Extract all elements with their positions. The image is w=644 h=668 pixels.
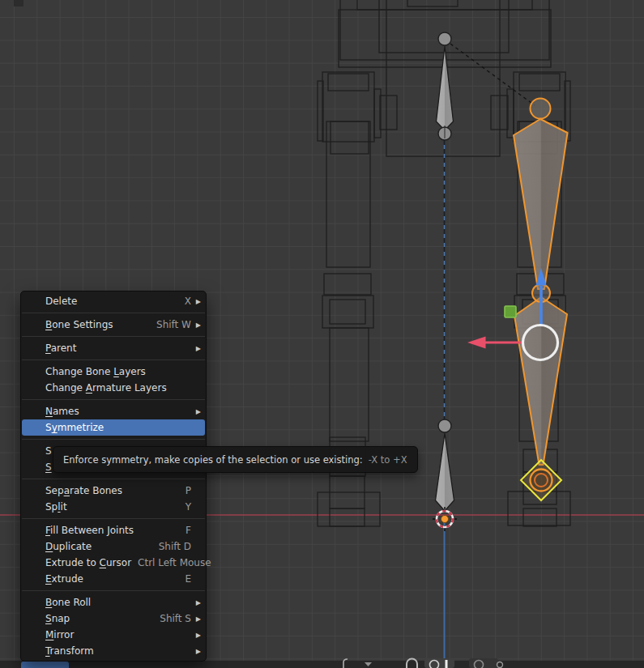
shortcut-label: Shift S (153, 613, 191, 624)
menu-item-label: Change Armature Layers (45, 382, 167, 394)
menu-item-label: Snap (45, 613, 70, 624)
menu-item-change-bone-layers[interactable]: Change Bone Layers (22, 364, 205, 380)
submenu-arrow-icon: ▶ (193, 648, 201, 655)
menu-item-label: Delete (45, 296, 77, 307)
menu-separator (22, 590, 205, 591)
menu-item-label: Bone Settings (45, 319, 113, 330)
move-gizmo-red-arrow (467, 337, 523, 349)
menu-item-transform[interactable]: Transform ▶ (22, 643, 205, 659)
menu-item-label: Parent (45, 343, 76, 354)
menu-item-label: Bone Roll (45, 597, 91, 608)
menu-item-snap[interactable]: Snap Shift S ▶ (22, 611, 205, 627)
submenu-arrow-icon: ▶ (193, 408, 201, 415)
menu-item-fill-between-joints[interactable]: Fill Between Joints F (22, 522, 205, 538)
tooltip-text: Enforce symmetry, make copies of the sel… (63, 454, 363, 466)
blender-3d-viewport[interactable]: Delete X ▶ Bone Settings Shift W ▶ Paren… (0, 0, 644, 668)
menu-item-change-armature-layers[interactable]: Change Armature Layers (22, 380, 205, 396)
menu-item-extrude[interactable]: Extrude E (22, 571, 205, 587)
menu-separator (22, 336, 205, 337)
menu-item-parent[interactable]: Parent ▶ (22, 340, 205, 356)
move-gizmo-green-plane (505, 306, 516, 317)
menu-separator (22, 479, 205, 479)
menu-item-label: S (45, 445, 52, 457)
menu-item-split[interactable]: Split Y (22, 499, 205, 515)
menu-item-label: Transform (45, 645, 94, 657)
menu-item-duplicate[interactable]: Duplicate Shift D (22, 538, 205, 555)
menu-item-label: Symmetrize (45, 422, 104, 433)
shortcut-label: Shift D (152, 541, 191, 552)
menu-item-label: Separate Bones (45, 485, 122, 496)
menu-item-extrude-to-cursor[interactable]: Extrude to Cursor Ctrl Left Mouse (22, 555, 205, 571)
menu-item-label: Extrude to Cursor (45, 557, 131, 568)
falloff-pill (469, 658, 498, 668)
shortcut-label: X (178, 296, 191, 307)
tooltip-value: -X to +X (369, 454, 407, 466)
menu-item-bone-settings[interactable]: Bone Settings Shift W ▶ (22, 317, 205, 333)
menu-separator (22, 313, 205, 313)
menu-separator (22, 360, 205, 360)
submenu-arrow-icon: ▶ (193, 599, 201, 606)
proportional-editing-toggle (424, 658, 454, 668)
menu-item-mirror[interactable]: Mirror ▶ (22, 627, 205, 643)
submenu-arrow-icon: ▶ (193, 345, 201, 352)
menu-item-label: S (45, 462, 52, 473)
menu-item-label: Mirror (45, 629, 74, 640)
center-bone-upper[interactable] (437, 32, 454, 140)
submenu-arrow-icon: ▶ (193, 615, 201, 623)
menu-item-label: Fill Between Joints (45, 525, 134, 536)
editor-corner (14, 0, 23, 6)
3d-cursor[interactable] (433, 507, 457, 531)
submenu-arrow-icon: ▶ (193, 632, 201, 639)
menu-item-label: Split (45, 501, 67, 513)
selected-bone-upper[interactable] (514, 99, 568, 290)
menu-item-symmetrize[interactable]: Symmetrize (22, 419, 205, 436)
shortcut-label: Shift W (150, 319, 191, 330)
submenu-arrow-icon: ▶ (193, 321, 201, 329)
center-bone-lower[interactable] (436, 419, 454, 511)
shortcut-label: Y (179, 501, 191, 513)
menu-item-separate-bones[interactable]: Separate Bones P (22, 483, 205, 499)
menu-separator (22, 518, 205, 519)
menu-item-label: Extrude (45, 573, 83, 585)
bone-tail-joint[interactable] (521, 460, 561, 500)
symmetrize-tooltip: Enforce symmetry, make copies of the sel… (53, 446, 418, 473)
shortcut-label: P (179, 485, 191, 496)
menu-item-label: Change Bone Layers (45, 366, 146, 377)
menu-item-bone-roll[interactable]: Bone Roll ▶ (22, 594, 205, 611)
submenu-arrow-icon: ▶ (193, 298, 201, 305)
menu-separator (22, 399, 205, 400)
menu-separator (22, 439, 205, 440)
menu-item-delete[interactable]: Delete X ▶ (22, 293, 205, 309)
operator-panel-chip[interactable] (21, 662, 69, 668)
object-origin-dot (441, 516, 449, 523)
armature-context-menu: Delete X ▶ Bone Settings Shift W ▶ Paren… (20, 291, 207, 662)
bone-head-joint (531, 99, 551, 119)
menu-item-label: Names (45, 406, 79, 417)
menu-item-label: Duplicate (45, 541, 92, 552)
shortcut-label: Ctrl Left Mouse (131, 557, 211, 568)
shortcut-label: F (179, 525, 191, 536)
shortcut-label: E (178, 573, 191, 585)
menu-item-names[interactable]: Names ▶ (22, 403, 205, 419)
